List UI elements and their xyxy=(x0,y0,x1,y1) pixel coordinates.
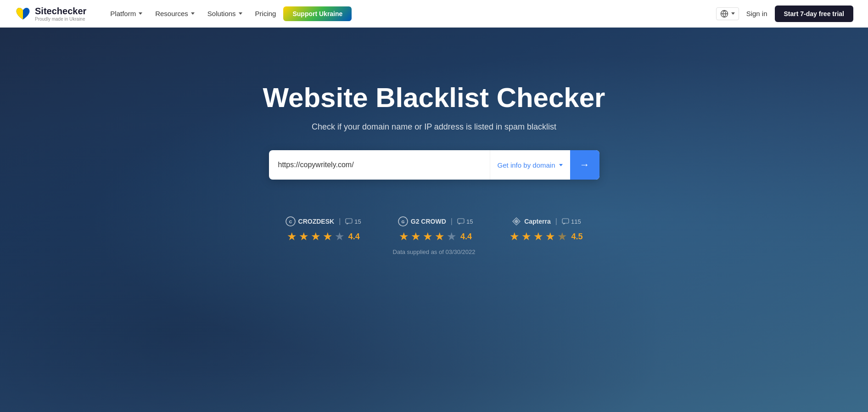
capterra-label: Capterra xyxy=(524,218,551,225)
svg-text:C: C xyxy=(289,220,292,224)
capterra-review-count: 115 xyxy=(571,218,581,225)
g2-label: G2 CROWD xyxy=(411,218,446,225)
search-submit-button[interactable]: → xyxy=(570,150,599,180)
trial-button[interactable]: Start 7-day free trial xyxy=(775,6,854,22)
nav-resources[interactable]: Resources xyxy=(150,7,200,20)
capterra-icon xyxy=(511,216,521,226)
hero-subtitle: Check if your domain name or IP address … xyxy=(237,122,632,132)
crozdesk-icon: C xyxy=(286,216,296,226)
domain-selector-label: Get info by domain xyxy=(498,161,555,169)
g2-icon: G xyxy=(398,216,408,226)
hero-title: Website Blacklist Checker xyxy=(237,83,632,113)
svg-rect-4 xyxy=(346,219,352,223)
globe-icon xyxy=(720,10,728,18)
g2-review-count: 15 xyxy=(466,218,473,225)
logo-tagline: Proudly made in Ukraine xyxy=(35,17,86,22)
svg-text:G: G xyxy=(401,220,404,224)
crozdesk-score: 4.4 xyxy=(348,232,360,242)
crozdesk-rating: C CROZDESK | 15 ★ ★ ★ ★ ★ xyxy=(286,216,361,243)
hero-section: Website Blacklist Checker Check if your … xyxy=(0,28,868,412)
capterra-score: 4.5 xyxy=(571,232,582,242)
crozdesk-logo: C CROZDESK xyxy=(286,216,335,226)
data-supplied-text: Data supplied as of 03/30/2022 xyxy=(393,248,476,255)
chevron-down-icon xyxy=(559,164,563,166)
url-input[interactable] xyxy=(269,161,490,169)
chevron-down-icon xyxy=(731,12,735,15)
domain-selector[interactable]: Get info by domain xyxy=(490,150,570,180)
capterra-stars: ★ ★ ★ ★ ★ 4.5 xyxy=(510,230,582,243)
logo-name: Sitechecker xyxy=(35,6,86,17)
crozdesk-stars: ★ ★ ★ ★ ★ 4.4 xyxy=(287,230,360,243)
svg-marker-9 xyxy=(514,219,519,224)
chevron-down-icon xyxy=(239,12,242,15)
chevron-down-icon xyxy=(191,12,195,15)
signin-link[interactable]: Sign in xyxy=(746,10,767,17)
crozdesk-label: CROZDESK xyxy=(298,218,335,225)
ratings-section: C CROZDESK | 15 ★ ★ ★ ★ ★ xyxy=(286,216,583,243)
language-selector[interactable] xyxy=(716,7,739,20)
capterra-logo: Capterra xyxy=(511,216,551,226)
logo[interactable]: Sitechecker Proudly made in Ukraine xyxy=(15,6,86,22)
hero-content: Website Blacklist Checker Check if your … xyxy=(228,83,641,180)
nav-right: Sign in Start 7-day free trial xyxy=(716,6,853,22)
comment-icon xyxy=(457,218,465,225)
nav-solutions[interactable]: Solutions xyxy=(202,7,248,20)
g2-score: 4.4 xyxy=(460,232,472,242)
chevron-down-icon xyxy=(139,12,142,15)
navbar: Sitechecker Proudly made in Ukraine Plat… xyxy=(0,0,868,28)
nav-links: Platform Resources Solutions Pricing Sup… xyxy=(105,6,716,21)
nav-platform[interactable]: Platform xyxy=(105,7,148,20)
g2-stars: ★ ★ ★ ★ ★ 4.4 xyxy=(399,230,472,243)
g2crowd-rating: G G2 CROWD | 15 ★ ★ ★ ★ ★ xyxy=(398,216,473,243)
comment-icon xyxy=(345,218,353,225)
arrow-right-icon: → xyxy=(580,159,590,171)
logo-icon xyxy=(15,6,31,22)
capterra-rating: Capterra | 115 ★ ★ ★ ★ ★ 4.5 xyxy=(510,216,582,243)
g2-logo: G G2 CROWD xyxy=(398,216,446,226)
comment-icon xyxy=(562,218,569,225)
search-box: Get info by domain → xyxy=(269,150,599,180)
svg-rect-10 xyxy=(562,219,569,223)
crozdesk-review-count: 15 xyxy=(354,218,361,225)
support-ukraine-button[interactable]: Support Ukraine xyxy=(283,6,352,21)
nav-pricing[interactable]: Pricing xyxy=(250,7,282,20)
svg-rect-7 xyxy=(458,219,464,223)
